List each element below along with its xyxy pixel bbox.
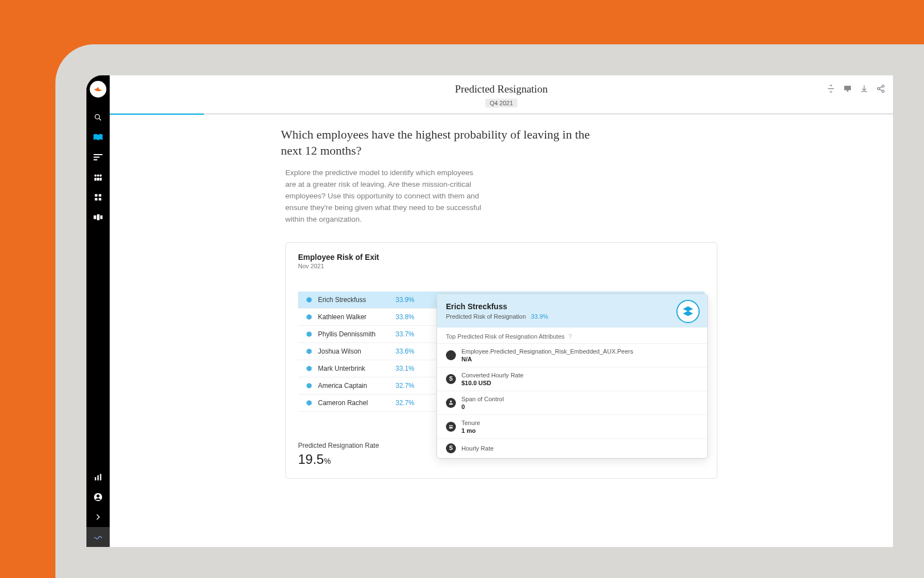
attribute-row: SConverted Hourly Rate$10.0 USD bbox=[437, 367, 707, 391]
layers-icon[interactable] bbox=[676, 300, 700, 323]
svg-rect-20 bbox=[100, 474, 101, 480]
attr-key: Tenure bbox=[461, 420, 480, 426]
detail-sub-value: 33.9% bbox=[531, 313, 548, 320]
intro-copy: Which employees have the highest probabi… bbox=[285, 127, 717, 226]
employee-name: Cameron Rachel bbox=[318, 399, 396, 407]
sidebar bbox=[86, 75, 110, 547]
svg-rect-13 bbox=[95, 198, 97, 201]
employee-name: Mark Unterbrink bbox=[318, 365, 396, 372]
cube-icon bbox=[306, 331, 312, 337]
book-icon[interactable] bbox=[86, 127, 110, 147]
detail-subline: Predicted Risk of Resignation 33.9% bbox=[446, 313, 699, 320]
cards-icon[interactable] bbox=[86, 207, 110, 227]
svg-rect-8 bbox=[94, 178, 96, 181]
filter-icon[interactable] bbox=[86, 147, 110, 167]
attr-value: N/A bbox=[461, 356, 633, 362]
share-icon[interactable] bbox=[876, 84, 885, 93]
page-header: Predicted Resignation Q4 2021 bbox=[110, 75, 893, 114]
attr-icon bbox=[446, 350, 456, 360]
account-icon[interactable] bbox=[86, 487, 110, 507]
svg-point-34 bbox=[451, 425, 453, 427]
apps-icon[interactable] bbox=[86, 187, 110, 207]
svg-line-1 bbox=[99, 119, 101, 120]
chevron-right-icon[interactable] bbox=[86, 507, 110, 527]
employee-pct: 33.9% bbox=[396, 296, 415, 304]
header-actions bbox=[827, 84, 885, 93]
svg-point-22 bbox=[96, 494, 99, 497]
detail-section-label: Top Predicted Risk of Resignation Attrib… bbox=[437, 328, 707, 344]
svg-point-6 bbox=[97, 175, 99, 177]
svg-rect-12 bbox=[99, 194, 101, 197]
svg-rect-16 bbox=[97, 214, 100, 221]
svg-point-28 bbox=[882, 90, 884, 93]
app-scroll[interactable]: Which employees have the highest probabi… bbox=[110, 115, 893, 547]
page-title: Predicted Resignation bbox=[110, 83, 893, 95]
info-icon[interactable]: ? bbox=[568, 333, 572, 340]
attribute-row: Employee.Predicted_Resignation_Risk_Embe… bbox=[437, 344, 707, 367]
attr-key: Employee.Predicted_Resignation_Risk_Embe… bbox=[461, 348, 633, 355]
svg-point-33 bbox=[449, 425, 451, 427]
svg-point-26 bbox=[882, 85, 884, 87]
svg-rect-17 bbox=[100, 216, 102, 219]
people-icon[interactable] bbox=[86, 167, 110, 187]
cube-icon bbox=[306, 382, 312, 389]
svg-rect-25 bbox=[847, 90, 849, 92]
attr-value: $10.0 USD bbox=[461, 380, 523, 386]
collapse-icon[interactable] bbox=[827, 84, 835, 93]
period-pill[interactable]: Q4 2021 bbox=[485, 99, 517, 108]
employee-pct: 33.1% bbox=[396, 365, 415, 372]
device-frame: Predicted Resignation Q4 2021 bbox=[55, 44, 924, 578]
cube-icon bbox=[306, 314, 312, 320]
svg-point-0 bbox=[95, 115, 100, 119]
employee-pct: 33.8% bbox=[396, 313, 415, 321]
detail-sub-label: Predicted Risk of Resignation bbox=[446, 313, 526, 320]
svg-rect-18 bbox=[95, 477, 96, 480]
employee-pct: 32.7% bbox=[396, 399, 415, 407]
attribute-row: Span of Control0 bbox=[437, 391, 707, 415]
employee-name: Erich Streckfuss bbox=[318, 296, 396, 304]
intro-body: Explore the predictive model to identify… bbox=[285, 167, 485, 226]
screen: Predicted Resignation Q4 2021 bbox=[86, 75, 893, 547]
attr-icon: S bbox=[446, 374, 456, 384]
attribute-row: SHourly Rate bbox=[437, 439, 707, 458]
detail-header: Erich Streckfuss Predicted Risk of Resig… bbox=[437, 294, 707, 328]
attr-icon bbox=[446, 398, 456, 408]
svg-rect-19 bbox=[97, 475, 99, 480]
cube-icon bbox=[306, 348, 312, 355]
svg-line-30 bbox=[880, 89, 882, 91]
svg-rect-15 bbox=[94, 216, 96, 219]
svg-rect-32 bbox=[449, 403, 453, 405]
employee-name: Kathleen Walker bbox=[318, 313, 396, 321]
svg-rect-11 bbox=[95, 194, 97, 197]
employee-name: Joshua Wilson bbox=[318, 347, 396, 355]
brand-logo[interactable] bbox=[90, 81, 106, 98]
attr-icon bbox=[446, 422, 456, 432]
cube-icon bbox=[306, 296, 312, 303]
wavy-icon[interactable] bbox=[86, 527, 110, 547]
employee-pct: 32.7% bbox=[396, 382, 415, 390]
risk-card: Employee Risk of Exit Nov 2021 Erich Str… bbox=[285, 242, 717, 479]
search-icon[interactable] bbox=[86, 108, 110, 127]
svg-rect-24 bbox=[844, 86, 851, 90]
svg-point-7 bbox=[100, 175, 102, 177]
svg-rect-35 bbox=[449, 427, 453, 429]
svg-rect-2 bbox=[94, 154, 102, 155]
svg-rect-9 bbox=[97, 178, 99, 181]
cube-icon bbox=[306, 400, 312, 406]
app-main: Predicted Resignation Q4 2021 bbox=[110, 75, 893, 547]
chart-icon[interactable] bbox=[86, 467, 110, 487]
svg-point-5 bbox=[94, 175, 96, 177]
attr-key: Converted Hourly Rate bbox=[461, 372, 523, 378]
present-icon[interactable] bbox=[843, 84, 852, 93]
card-subtitle: Nov 2021 bbox=[298, 263, 705, 269]
svg-rect-10 bbox=[100, 178, 102, 181]
svg-rect-3 bbox=[94, 157, 100, 158]
svg-rect-14 bbox=[99, 198, 101, 201]
svg-line-29 bbox=[880, 86, 882, 88]
detail-panel: Erich Streckfuss Predicted Risk of Resig… bbox=[437, 294, 708, 459]
bird-icon bbox=[93, 84, 103, 94]
download-icon[interactable] bbox=[860, 84, 869, 93]
attr-value: 0 bbox=[461, 403, 504, 410]
attr-key: Span of Control bbox=[461, 396, 504, 402]
card-title: Employee Risk of Exit bbox=[298, 253, 705, 262]
